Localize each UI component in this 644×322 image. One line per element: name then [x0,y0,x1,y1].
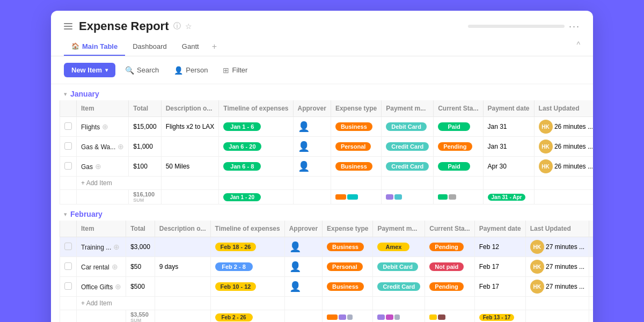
add-row-icon[interactable]: ⊕ [112,262,118,271]
add-row-icon[interactable]: ⊕ [113,243,120,251]
title-row: Expense Report ⓘ ☆ ··· [64,19,580,33]
row-checkbox[interactable] [64,162,72,170]
section-january: ▾ January Item Total Description o... Ti… [51,84,593,204]
avatar: HK [530,280,544,294]
approver-avatar: 👤 [289,281,301,292]
col-payment-method: Payment m... [382,100,434,117]
avatar: HK [539,120,553,134]
sum-row-february: $3,550SUM Feb 2 - 26 [60,310,594,323]
payment-method-badge: Credit Card [386,142,429,151]
table-row: Office Gifts⊕ $500 Feb 10 - 12 👤 Busines… [60,277,594,297]
tab-main-table[interactable]: 🏠 Main Table [64,38,125,56]
hamburger-icon[interactable] [64,23,72,30]
add-item-row[interactable]: + Add Item [60,177,594,190]
new-item-button[interactable]: New Item ▾ [64,63,115,77]
add-row-icon[interactable]: ⊕ [118,142,124,151]
column-headers-january: Item Total Description o... Timeline of … [60,100,594,117]
more-button[interactable]: ··· [569,21,580,32]
col-item: Item [77,221,126,237]
col-timeline: Timeline of expenses [210,221,284,237]
expense-type-badge: Business [335,162,372,171]
col-payment-date: Payment date [483,100,534,117]
approver-avatar: 👤 [289,261,301,272]
add-tab-button[interactable]: + [207,38,222,56]
table-row: Gas & Wa...⊕ $1,000 Jan 6 - 20 👤 Persona… [60,137,594,157]
col-approver: Approver [284,221,322,237]
tab-dashboard[interactable]: Dashboard [125,38,174,56]
status-badge: Not paid [429,262,464,271]
expense-type-badge: Business [335,122,372,131]
sum-date-range-pill: Jan 31 - Apr [488,194,526,201]
section-title-january: January [70,90,99,98]
approver-avatar: 👤 [298,141,310,152]
avatar: HK [530,260,544,274]
payment-method-badge: Credit Card [386,162,429,171]
section-title-february: February [70,210,103,218]
search-button[interactable]: 🔍 Search [120,63,164,77]
info-icon[interactable]: ⓘ [173,21,181,31]
person-icon: 👤 [174,66,183,75]
col-status: Current Sta... [425,221,474,237]
section-february: ▾ February Item Total Description o... T… [51,204,593,322]
approver-avatar: 👤 [289,241,301,252]
star-icon[interactable]: ☆ [185,22,192,31]
table-row: Training ...⊕ $3,000 Feb 18 - 26 👤 Busin… [60,237,594,257]
tabs-row: 🏠 Main Table Dashboard Gantt + ^ [64,38,580,56]
timeline-pill: Jan 6 - 20 [223,142,261,151]
add-row-icon[interactable]: ⊕ [102,122,108,131]
timeline-pill: Feb 18 - 26 [215,243,257,251]
status-badge: Pending [438,142,472,151]
add-row-icon[interactable]: ⊕ [115,282,121,291]
table-row: Car rental⊕ $50 9 days Feb 2 - 8 👤 Perso… [60,257,594,277]
expense-type-badge: Business [327,243,364,251]
section-toggle-january[interactable]: ▾ [64,91,67,98]
app-container: Expense Report ⓘ ☆ ··· 🏠 Main Table Dash… [51,11,593,322]
col-expense-type: Expense type [323,221,373,237]
timeline-pill: Jan 1 - 6 [223,122,261,131]
section-toggle-february[interactable]: ▾ [64,211,67,218]
timeline-pill: Feb 10 - 12 [215,282,257,291]
col-total: Total [129,100,161,117]
progress-bar [468,25,565,28]
col-last-updated: Last Updated [534,100,593,117]
row-checkbox[interactable] [64,262,72,270]
col-status: Current Sta... [434,100,483,117]
sum-date-range-pill: Feb 13 - 17 [479,314,515,321]
add-item-row[interactable]: + Add Item [60,297,594,310]
filter-button[interactable]: ⊞ Filter [217,63,253,77]
add-row-icon[interactable]: ⊕ [95,162,101,171]
section-header-january: ▾ January [51,84,593,100]
tab-gantt[interactable]: Gantt [174,38,207,56]
toolbar: New Item ▾ 🔍 Search 👤 Person ⊞ Filter [51,56,593,84]
status-badge: Paid [438,122,470,131]
avatar: HK [539,159,553,173]
col-check [60,221,77,237]
table-row: Gas⊕ $100 50 Miles Jan 6 - 8 👤 Business … [60,157,594,177]
status-badge: Paid [438,162,470,171]
approver-avatar: 👤 [298,161,310,172]
payment-method-badge: Amex [377,243,409,251]
row-checkbox[interactable] [64,282,72,290]
collapse-button[interactable]: ^ [576,40,580,53]
dropdown-arrow-icon: ▾ [105,67,108,73]
timeline-pill: Jan 6 - 8 [223,162,261,171]
col-item: Item [77,100,129,117]
col-timeline: Timeline of expenses [219,100,293,117]
status-badge: Pending [429,282,463,291]
approver-avatar: 👤 [298,121,310,132]
col-add[interactable]: + [589,221,593,237]
section-header-february: ▾ February [51,204,593,221]
person-button[interactable]: 👤 Person [169,63,213,77]
column-headers-february: Item Total Description o... Timeline of … [60,221,594,237]
table-row: Flights⊕ $15,000 Flights x2 to LAX Jan 1… [60,117,594,137]
sum-row-january: $16,100SUM Jan 1 - 20 [60,190,594,204]
row-checkbox[interactable] [64,243,72,250]
col-total: Total [126,221,155,237]
row-checkbox[interactable] [64,142,72,150]
filter-icon: ⊞ [223,66,229,75]
expense-type-badge: Personal [327,262,362,271]
payment-method-badge: Debit Card [377,262,418,271]
app-header: Expense Report ⓘ ☆ ··· 🏠 Main Table Dash… [51,11,593,56]
payment-method-badge: Debit Card [386,122,427,131]
row-checkbox[interactable] [64,122,72,130]
